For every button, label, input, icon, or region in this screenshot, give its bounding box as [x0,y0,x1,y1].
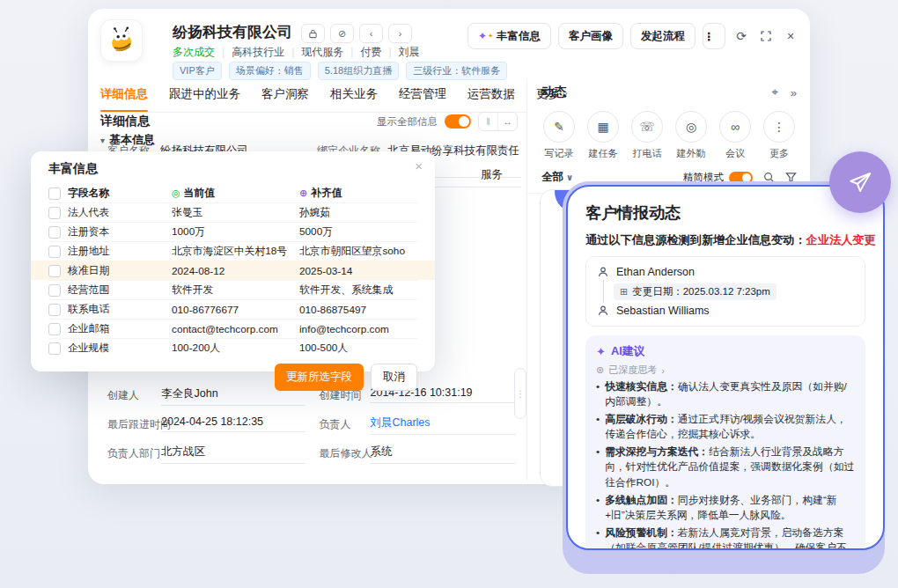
show-all-toggle[interactable] [445,114,471,129]
intel-alert: 通过以下信息源检测到新增企业信息变动：企业法人变更 [585,232,865,248]
row-checkbox[interactable] [48,207,61,219]
select-all-checkbox[interactable] [48,187,61,200]
cancel-button[interactable]: 取消 [371,364,417,391]
expand-icon [761,31,771,41]
sparkle-icon: ✦ [478,30,487,42]
next-button[interactable]: › [388,24,412,43]
pause-view-button[interactable]: ‖ [479,113,497,130]
screen: 纷扬科技有限公司 ⊘ ‹ › 多次成交 高科技行业 现代服务 付费 刘晨 VIP… [0,0,898,588]
send-button[interactable] [829,151,891,213]
customer-portrait-button[interactable]: 客户画像 [558,23,623,49]
cell-field: 企业邮箱 [68,322,109,336]
change-date-badge: ⊞ 变更日期：2025.03.12 7:23pm [614,283,777,300]
previous-legal-person: Ethan Anderson [597,264,854,280]
more-activity-button[interactable]: ⋮更多 [758,111,800,160]
more-icon: ⋮ [703,30,715,43]
link-button[interactable]: ⊘ [330,24,354,43]
row-checkbox[interactable] [48,342,61,355]
page-title: 纷扬科技有限公司 [173,22,292,42]
cell-current: 2024-08-12 [172,265,299,277]
tab-bar: 详细信息 跟进中的业务 客户洞察 相关业务 经营管理 运营数据 更多∨ [100,86,526,113]
table-row[interactable]: 联系电话 010-86776677 010-86875497 [48,299,417,319]
table-row[interactable]: 注册资本 1000万 5000万 [48,222,417,241]
write-note-button[interactable]: ✎写记录 [538,111,580,160]
chevron-left-icon: ‹ [370,28,373,39]
task-icon: ▦ [597,120,608,134]
table-row[interactable]: 企业邮箱 contact@techcorp.com info@techcorp.… [48,319,417,338]
table-row[interactable]: 法人代表 张曼玉 孙婉茹 [48,202,417,222]
ai-suggestion-title: AI建议 [611,344,644,359]
bullet-lead: 快速核实信息： [605,380,678,393]
table-row[interactable]: 企业规模 100-200人 100-500人 [48,338,417,357]
create-task-label: 建任务 [582,147,624,160]
meeting-button[interactable]: ∞会议 [714,111,756,160]
tab-operation-mgmt[interactable]: 经营管理 [399,86,446,102]
tag-industry[interactable]: 三级行业：软件服务 [406,62,507,80]
tag-live[interactable]: 5.18组织力直播 [318,62,399,80]
close-icon: × [787,29,794,43]
column-enriched-value: 补齐值 [311,187,342,199]
close-icon: × [415,158,423,173]
row-checkbox[interactable] [48,246,61,258]
paper-plane-icon [847,169,873,195]
field-visit-button[interactable]: ◎建外勤 [670,111,712,160]
table-row[interactable]: 注册地址 北京市海淀区中关村18号 北京市朝阳区望京soho [48,241,417,261]
bullet-lead: 高层破冰行动： [605,413,678,425]
tab-operation-data[interactable]: 运营数据 [467,86,515,102]
refresh-button[interactable]: ⟳ [732,29,750,43]
intel-title: 客户情报动态 [585,202,865,224]
deep-thought-toggle[interactable]: ⊛ 已深度思考 › [596,364,855,377]
tab-ongoing-business[interactable]: 跟进中的业务 [169,86,240,102]
cell-current: 010-86776677 [172,304,299,316]
deep-think-icon: ⊛ [596,364,604,376]
update-selected-fields-button[interactable]: 更新所选字段 [275,364,364,391]
ai-bullet: 高层破冰行动：通过正式拜访/视频会议祝贺新法人，传递合作信心，挖掘其核心诉求。 [596,412,855,442]
row-checkbox[interactable] [48,284,61,297]
intel-alert-prefix: 通过以下信息源检测到新增企业信息变动： [585,233,806,246]
ai-bullet: 需求深挖与方案迭代：结合新法人行业背景及战略方向，针对性优化产品价值提案，强调数… [596,445,855,489]
bee-logo-icon [107,26,136,55]
tab-related-business[interactable]: 相关业务 [330,86,378,102]
row-checkbox[interactable] [48,265,61,277]
table-row[interactable]: 经营范围 软件开发 软件开发、系统集成 [48,280,417,299]
field-value-fragment: 服务 [481,168,503,180]
close-window-button[interactable]: × [782,29,799,43]
modal-close-button[interactable]: × [415,158,423,173]
more-actions-button[interactable]: ⋮ [703,23,725,49]
tab-customer-insight[interactable]: 客户洞察 [261,86,309,102]
collapse-panel-button[interactable]: » [791,86,797,99]
ai-bullet: 风险预警机制：若新法人属竞对背景，启动备选方案（如联合原高管团队/提供过渡期优惠… [596,526,855,550]
expand-view-button[interactable]: ↔ [497,113,517,130]
owner-name: 刘晨 [399,45,420,60]
create-task-button[interactable]: ▦建任务 [582,111,624,160]
ai-sparkle-icon: ✦ [596,345,606,358]
expand-button[interactable] [757,31,775,41]
change-connector: ⊞ 变更日期：2025.03.12 7:23pm [603,280,854,303]
chevron-right-icon: › [661,365,665,376]
prev-button[interactable]: ‹ [359,24,383,43]
lock-button[interactable] [301,24,325,43]
panel-resize-handle[interactable]: ⋮ [514,368,526,419]
tag-vip[interactable]: VIP客户 [173,62,222,80]
owner-link[interactable]: 刘晨Charles [370,415,516,435]
make-call-button[interactable]: ☏打电话 [626,111,668,160]
previous-legal-person-name: Ethan Anderson [616,266,695,278]
refresh-icon: ⟳ [736,29,747,43]
cell-enriched: 5000万 [299,225,417,239]
row-checkbox[interactable] [48,323,61,335]
filter-all-dropdown[interactable]: 全部∨ [541,170,573,185]
tab-detail-info[interactable]: 详细信息 [100,86,148,102]
column-current-value: 当前值 [184,187,215,199]
table-row-highlighted[interactable]: 核准日期 2024-08-12 2025-03-14 [31,261,435,280]
start-flow-button[interactable]: 发起流程 [630,23,696,49]
cell-field: 注册资本 [68,225,109,239]
enrich-info-button[interactable]: ✦✦ 丰富信息 [467,23,551,49]
company-tags: VIP客户 场景偏好：销售 5.18组织力直播 三级行业：软件服务 [173,62,507,80]
row-checkbox[interactable] [48,304,61,316]
pin-button[interactable]: ⌖ [771,85,777,99]
row-checkbox[interactable] [48,226,61,239]
pay-status: 付费 [360,45,398,60]
start-flow-label: 发起流程 [641,29,685,44]
tag-scene[interactable]: 场景偏好：销售 [229,62,311,80]
lock-icon [308,29,318,39]
